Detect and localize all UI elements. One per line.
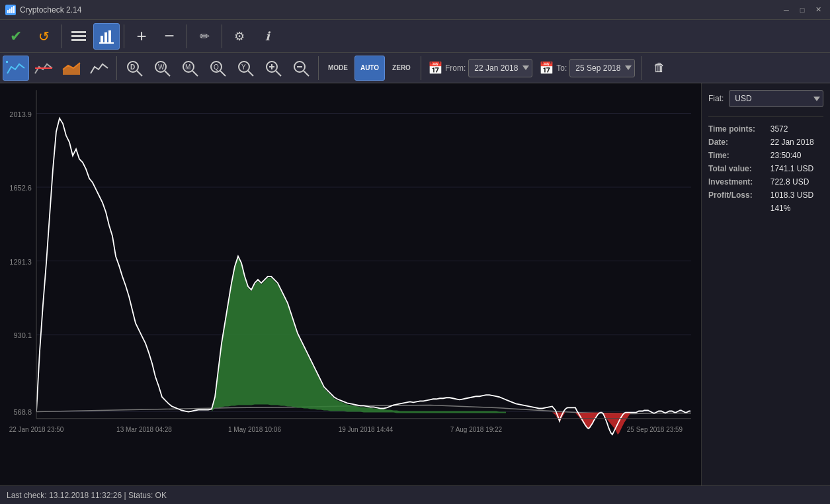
- svg-text:W: W: [158, 63, 165, 71]
- tools-button[interactable]: ⚙: [226, 23, 253, 50]
- date-value: 22 Jan 2018: [770, 136, 823, 149]
- from-date-select[interactable]: 22 Jan 2018: [468, 59, 532, 77]
- separator4: [222, 24, 222, 48]
- zoom-in-button[interactable]: [260, 56, 286, 81]
- toolbar2: D W M Q Y: [0, 53, 830, 83]
- maximize-button[interactable]: □: [796, 4, 809, 16]
- separator8: [642, 56, 642, 80]
- chart-area[interactable]: Total value Total investment Profit Loss…: [0, 83, 701, 485]
- app-icon: [5, 5, 16, 15]
- barchart-button[interactable]: [93, 23, 120, 50]
- close-button[interactable]: ✕: [811, 4, 825, 16]
- svg-text:25 Sep 2018 23:59: 25 Sep 2018 23:59: [627, 426, 683, 433]
- info-row-timepoints: Time points: 3572: [708, 122, 823, 136]
- fiat-select[interactable]: USD EUR GBP JPY: [729, 90, 823, 107]
- svg-rect-6: [71, 39, 86, 41]
- info-row-time: Time: 23:50:40: [708, 149, 823, 162]
- svg-line-15: [137, 71, 142, 76]
- svg-text:568.8: 568.8: [13, 408, 32, 416]
- edit-button[interactable]: ✏: [191, 23, 218, 50]
- timepoints-value: 3572: [770, 122, 823, 136]
- svg-rect-0: [7, 10, 9, 13]
- svg-text:M: M: [185, 63, 190, 71]
- info-row-pct: 141%: [708, 202, 823, 215]
- investment-label: Investment:: [708, 175, 770, 189]
- timepoints-label: Time points:: [708, 122, 770, 136]
- window-controls: ─ □ ✕: [780, 4, 825, 16]
- from-label: From:: [445, 63, 466, 73]
- check-button[interactable]: ✔: [3, 23, 29, 50]
- info-button[interactable]: ℹ: [254, 23, 280, 50]
- zoom-out-button[interactable]: [288, 56, 314, 81]
- svg-text:2013.9: 2013.9: [9, 110, 32, 118]
- info-row-investment: Investment: 722.8 USD: [708, 175, 823, 189]
- totalvalue-value: 1741.1 USD: [770, 162, 823, 175]
- chart-svg: 2013.9 1652.6 1291.3 930.1 568.8 22 Jan …: [0, 83, 701, 485]
- info-row-totalvalue: Total value: 1741.1 USD: [708, 162, 823, 175]
- zoom-y-button[interactable]: Y: [232, 56, 259, 81]
- calendar-from-icon: 📅: [428, 61, 442, 75]
- chart-type1-button[interactable]: [3, 56, 29, 81]
- svg-line-30: [276, 71, 281, 76]
- svg-text:Q: Q: [214, 63, 219, 71]
- zoom-q-button[interactable]: Q: [204, 56, 231, 81]
- auto-button[interactable]: AUTO: [354, 56, 385, 81]
- svg-text:1652.6: 1652.6: [9, 184, 32, 192]
- calendar-to-icon: 📅: [539, 61, 554, 75]
- app-title: Cryptocheck 2.14: [20, 5, 780, 15]
- svg-text:Y: Y: [241, 63, 246, 71]
- svg-text:1 May 2018 10:06: 1 May 2018 10:06: [228, 426, 281, 433]
- status-bar: Last check: 13.12.2018 11:32:26 | Status…: [0, 485, 830, 504]
- refresh-button[interactable]: ↺: [30, 23, 57, 50]
- separator3: [187, 24, 187, 48]
- to-label: To:: [556, 63, 567, 73]
- main-content: Total value Total investment Profit Loss…: [0, 83, 830, 485]
- right-panel: Fiat: USD EUR GBP JPY Time points: 3572 …: [701, 83, 830, 485]
- svg-rect-5: [71, 35, 86, 37]
- svg-text:19 Jun 2018 14:44: 19 Jun 2018 14:44: [339, 426, 394, 433]
- list-button[interactable]: [65, 23, 92, 50]
- zoom-w-button[interactable]: W: [149, 56, 175, 81]
- remove-button[interactable]: −: [156, 23, 183, 50]
- info-row-date: Date: 22 Jan 2018: [708, 136, 823, 149]
- svg-rect-9: [108, 30, 111, 42]
- pct-label: [708, 202, 770, 215]
- svg-rect-4: [71, 31, 86, 33]
- svg-rect-10: [99, 42, 114, 44]
- chart-type4-button[interactable]: [86, 56, 112, 81]
- chart-type3-button[interactable]: [58, 56, 85, 81]
- panel-divider: [708, 116, 823, 117]
- date-label: Date:: [708, 136, 770, 149]
- svg-text:1291.3: 1291.3: [9, 258, 32, 266]
- svg-text:7 Aug 2018 19:22: 7 Aug 2018 19:22: [450, 426, 503, 433]
- add-button[interactable]: +: [128, 23, 155, 50]
- delete-button[interactable]: 🗑: [646, 56, 673, 81]
- zero-button[interactable]: ZERO: [386, 56, 417, 81]
- svg-rect-2: [11, 7, 13, 13]
- svg-text:930.1: 930.1: [13, 331, 32, 339]
- svg-rect-11: [6, 61, 8, 63]
- svg-line-21: [192, 71, 198, 76]
- profitloss-value: 1018.3 USD: [770, 189, 823, 202]
- investment-value: 722.8 USD: [770, 175, 823, 189]
- separator2: [124, 24, 124, 48]
- minimize-button[interactable]: ─: [780, 4, 793, 16]
- totalvalue-label: Total value:: [708, 162, 770, 175]
- chart-type2-button[interactable]: [30, 56, 57, 81]
- mode-button[interactable]: MODE: [323, 56, 353, 81]
- separator6: [318, 56, 319, 80]
- to-date-group: 📅 To: 25 Sep 2018: [539, 59, 635, 77]
- time-value: 23:50:40: [770, 149, 823, 162]
- separator7: [421, 56, 421, 80]
- svg-text:D: D: [130, 63, 135, 71]
- zoom-m-button[interactable]: M: [177, 56, 203, 81]
- svg-rect-8: [104, 32, 107, 42]
- svg-rect-3: [13, 6, 15, 13]
- svg-rect-1: [9, 9, 11, 13]
- zoom-d-button[interactable]: D: [121, 56, 147, 81]
- status-text: Last check: 13.12.2018 11:32:26 | Status…: [7, 491, 167, 500]
- time-label: Time:: [708, 149, 770, 162]
- to-date-select[interactable]: 25 Sep 2018: [569, 59, 635, 77]
- svg-line-18: [165, 71, 170, 76]
- pct-value: 141%: [770, 202, 823, 215]
